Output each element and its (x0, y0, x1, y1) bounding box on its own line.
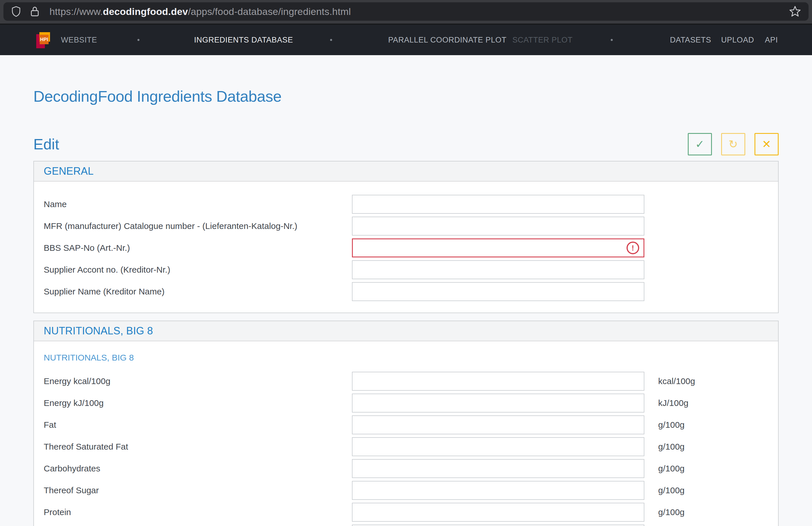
section-general-header: GENERAL (34, 162, 778, 182)
field-label: Energy kJ/100g (44, 398, 352, 408)
section-general-body: Name MFR (manufacturer) Catalogue number… (34, 182, 778, 313)
field-unit: kJ/100g (658, 398, 688, 408)
browser-chrome: https://www.decodingfood.dev/apps/food-d… (0, 0, 812, 24)
field-input-wrap (352, 372, 644, 391)
saturated-fat-input[interactable] (352, 437, 644, 456)
form-row: Supplier Accont no. (Kreditor-Nr.) (34, 260, 778, 279)
shield-icon[interactable] (11, 6, 21, 17)
form-row: Carbohydrates g/100g (34, 459, 778, 478)
nav-item-api[interactable]: API (765, 35, 778, 45)
nav-separator-dot (137, 39, 140, 41)
carbohydrates-input[interactable] (352, 459, 644, 478)
error-exclamation-icon: ! (626, 242, 639, 254)
form-row: Supplier Name (Kreditor Name) (34, 282, 778, 301)
edit-toolbar-row: Edit ✓ ↻ ✕ (33, 133, 779, 156)
reset-button[interactable]: ↻ (721, 133, 745, 155)
url-path: /apps/food-database/ingredients.html (188, 6, 351, 17)
hpi-logo-orange-square: HPI (40, 35, 48, 44)
url-prefix: https://www. (49, 6, 103, 17)
url-bar[interactable]: https://www.decodingfood.dev/apps/food-d… (3, 2, 809, 21)
field-input-wrap (352, 394, 644, 412)
nav-item-datasets[interactable]: DATASETS (670, 35, 711, 45)
mfr-catalogue-number-input[interactable] (352, 216, 644, 236)
field-label: Protein (44, 507, 352, 517)
page-title: DecodingFood Ingredients Database (33, 55, 779, 105)
nav-separator-dot (330, 39, 332, 41)
hpi-logo-text: HPI (40, 37, 48, 42)
field-input-wrap (352, 437, 644, 456)
field-input-wrap (352, 481, 644, 500)
edit-heading: Edit (33, 136, 59, 153)
next-nutritional-input[interactable] (352, 525, 644, 526)
field-input-wrap: ! (352, 238, 644, 257)
energy-kj-input[interactable] (352, 394, 644, 412)
field-label: BBS SAP-No (Art.-Nr.) (44, 243, 352, 253)
form-row: Energy kJ/100g kJ/100g (34, 394, 778, 412)
form-row: Name (34, 195, 778, 214)
nav-item-upload[interactable]: UPLOAD (721, 35, 754, 45)
nav-item-parallel-coordinate-plot[interactable]: PARALLEL COORDINATE PLOT (388, 35, 507, 45)
section-nutritionals-header: NUTRITIONALS, BIG 8 (34, 321, 778, 341)
form-row: BBS SAP-No (Art.-Nr.) ! (34, 238, 778, 257)
cancel-button[interactable]: ✕ (754, 133, 779, 155)
field-input-wrap (352, 216, 644, 236)
section-nutritionals: NUTRITIONALS, BIG 8 NUTRITIONALS, BIG 8 … (33, 320, 779, 526)
url-text: https://www.decodingfood.dev/apps/food-d… (49, 6, 351, 17)
bbs-sap-no-input[interactable] (352, 238, 644, 257)
field-label: Supplier Accont no. (Kreditor-Nr.) (44, 265, 352, 275)
nutritionals-subsection-title: NUTRITIONALS, BIG 8 (34, 353, 778, 362)
field-label: Carbohydrates (44, 464, 352, 474)
fat-input[interactable] (352, 416, 644, 434)
field-unit: g/100g (658, 442, 685, 452)
field-input-wrap (352, 195, 644, 214)
field-unit: g/100g (658, 420, 685, 430)
supplier-name-input[interactable] (352, 282, 644, 301)
field-label: Energy kcal/100g (44, 376, 352, 386)
section-general: GENERAL Name MFR (manufacturer) Catalogu… (33, 161, 779, 313)
field-input-wrap (352, 459, 644, 478)
bookmark-star-icon[interactable] (789, 5, 801, 17)
field-unit: g/100g (658, 507, 685, 517)
confirm-button[interactable]: ✓ (688, 133, 712, 155)
supplier-account-no-input[interactable] (352, 260, 644, 279)
hpi-logo[interactable]: HPI (36, 32, 51, 48)
field-unit: kcal/100g (658, 376, 695, 386)
form-row: Thereof Sugar g/100g (34, 481, 778, 500)
field-input-wrap (352, 503, 644, 522)
nav-separator-dot (611, 39, 613, 41)
energy-kcal-input[interactable] (352, 372, 644, 391)
refresh-icon: ↻ (729, 139, 738, 150)
form-row: Energy kcal/100g kcal/100g (34, 372, 778, 391)
field-label: Supplier Name (Kreditor Name) (44, 287, 352, 297)
form-row: g/100g (34, 525, 778, 526)
edit-actions: ✓ ↻ ✕ (679, 133, 779, 155)
nav-item-website[interactable]: WEBSITE (61, 35, 97, 45)
form-row: MFR (manufacturer) Catalogue number - (L… (34, 216, 778, 236)
field-label: MFR (manufacturer) Catalogue number - (L… (44, 221, 352, 231)
section-nutritionals-body: NUTRITIONALS, BIG 8 Energy kcal/100g kca… (34, 341, 778, 526)
field-input-wrap (352, 260, 644, 279)
form-row: Fat g/100g (34, 416, 778, 434)
field-label: Fat (44, 420, 352, 430)
field-input-wrap (352, 525, 644, 526)
app-navbar: HPI WEBSITE INGREDIENTS DATABASE PARALLE… (0, 24, 812, 55)
field-unit: g/100g (658, 485, 685, 495)
field-label: Name (44, 199, 352, 209)
lock-icon[interactable] (30, 6, 40, 17)
check-icon: ✓ (695, 139, 705, 150)
form-row: Protein g/100g (34, 503, 778, 522)
close-icon: ✕ (762, 139, 771, 150)
field-label: Thereof Saturated Fat (44, 442, 352, 452)
field-unit: g/100g (658, 464, 685, 474)
name-input[interactable] (352, 195, 644, 214)
url-domain: decodingfood.dev (103, 6, 188, 17)
protein-input[interactable] (352, 503, 644, 522)
form-row: Thereof Saturated Fat g/100g (34, 437, 778, 456)
field-label: Thereof Sugar (44, 485, 352, 495)
nav-item-scatter-plot: SCATTER PLOT (512, 35, 572, 45)
field-input-wrap (352, 282, 644, 301)
field-input-wrap (352, 416, 644, 434)
sugar-input[interactable] (352, 481, 644, 500)
main-content: DecodingFood Ingredients Database Edit ✓… (33, 55, 779, 526)
nav-item-ingredients-database[interactable]: INGREDIENTS DATABASE (194, 35, 293, 45)
